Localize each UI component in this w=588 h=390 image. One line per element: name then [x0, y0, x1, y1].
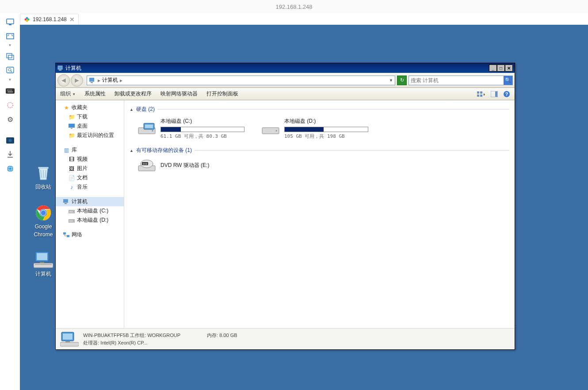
system-properties-button[interactable]: 系统属性	[84, 90, 106, 98]
desktop-icon	[68, 123, 75, 130]
back-button[interactable]: ◄	[57, 74, 70, 87]
network-icon	[63, 231, 70, 239]
svg-point-51	[73, 211, 74, 212]
svg-rect-4	[7, 19, 14, 24]
explorer-body: ★收藏夹 📁下载 桌面 📁最近访问的位置 ▥库 🎞视频 🖼图片 📄文档 ♪音乐 …	[56, 100, 515, 328]
nav-recent[interactable]: 📁最近访问的位置	[56, 131, 124, 140]
details-pane: WIN-PBUAKTFPF5B 工作组: WORKGROUP 内存: 8.00 …	[56, 328, 515, 349]
dropdown-icon-2[interactable]: ▼	[8, 78, 12, 81]
svg-rect-47	[71, 128, 73, 129]
globe-icon[interactable]	[5, 164, 15, 173]
window-controls: _ □ ✕	[489, 64, 513, 72]
session-tab[interactable]: 192.168.1.248 ✕	[20, 14, 79, 24]
address-dropdown-icon[interactable]: ▼	[389, 78, 393, 83]
control-panel-button[interactable]: 打开控制面板	[206, 90, 238, 98]
camera-icon[interactable]	[5, 136, 15, 145]
nav-network[interactable]: 网络	[56, 230, 124, 239]
svg-line-11	[11, 71, 12, 72]
session-tab-bar: 192.168.1.248 ✕	[20, 13, 588, 25]
nav-music[interactable]: ♪音乐	[56, 182, 124, 192]
computer-desktop[interactable]: 计算机	[28, 251, 59, 278]
organize-menu[interactable]: 组织 ▼	[60, 90, 76, 98]
drive-d-stats: 105 GB 可用，共 198 GB	[284, 133, 368, 140]
svg-point-20	[8, 139, 11, 142]
drive-c-name: 本地磁盘 (C:)	[160, 117, 244, 125]
svg-rect-17	[8, 91, 13, 92]
preview-pane-button[interactable]	[491, 91, 498, 97]
nav-bar: ◄ ► ▸ 计算机 ▸ ▼ ↻ 🔍	[56, 73, 515, 88]
drive-dvd[interactable]: DVD DVD RW 驱动器 (E:)	[137, 159, 244, 173]
toolbar: 组织 ▼ 系统属性 卸载或更改程序 映射网络驱动器 打开控制面板 ?	[56, 88, 515, 100]
nav-videos[interactable]: 🎞视频	[56, 155, 124, 164]
chrome[interactable]: Google Chrome	[28, 204, 59, 238]
nav-drive-d[interactable]: 本地磁盘 (D:)	[56, 216, 124, 225]
map-drive-button[interactable]: 映射网络驱动器	[160, 90, 198, 98]
hdd-icon	[137, 121, 156, 136]
fullscreen-icon[interactable]	[5, 32, 15, 41]
hdd-icon	[261, 121, 280, 136]
computer-desktop-label: 计算机	[35, 270, 51, 278]
nav-computer[interactable]: 计算机	[56, 197, 124, 206]
drive-c-stats: 61.1 GB 可用，共 80.3 GB	[160, 133, 244, 140]
svg-point-53	[73, 220, 74, 221]
svg-point-21	[7, 166, 13, 172]
download-icon[interactable]	[5, 150, 15, 159]
group-removable[interactable]: ▲ 有可移动存储的设备 (1)	[130, 145, 509, 156]
window-title: 计算机	[65, 64, 81, 72]
help-button[interactable]: ?	[503, 91, 510, 98]
monitor-icon[interactable]	[5, 18, 15, 27]
forward-button[interactable]: ►	[71, 74, 83, 87]
drive-c-bar	[160, 127, 244, 132]
nav-pictures[interactable]: 🖼图片	[56, 164, 124, 173]
window-titlebar[interactable]: 计算机 _ □ ✕	[56, 63, 515, 73]
drive-d[interactable]: 本地磁盘 (D:) 105 GB 可用，共 198 GB	[261, 117, 367, 140]
nav-pane: ★收藏夹 📁下载 桌面 📁最近访问的位置 ▥库 🎞视频 🖼图片 📄文档 ♪音乐 …	[56, 100, 124, 328]
memory-value: 8.00 GB	[219, 333, 237, 338]
uninstall-button[interactable]: 卸载或更改程序	[115, 90, 152, 98]
group-removable-label: 有可移动存储的设备 (1)	[136, 147, 192, 154]
svg-point-3	[26, 19, 28, 22]
keyboard-icon[interactable]	[5, 87, 15, 95]
search-box[interactable]: 🔍	[409, 76, 513, 85]
nav-documents[interactable]: 📄文档	[56, 173, 124, 182]
recycle-bin[interactable]: 回收站	[28, 164, 59, 191]
nav-downloads[interactable]: 📁下载	[56, 112, 124, 121]
search-button[interactable]: 🔍	[504, 76, 512, 85]
settings-icon[interactable]: ⚙	[5, 115, 15, 124]
document-icon: 📄	[68, 174, 75, 182]
group-hdd[interactable]: ▲ 硬盘 (2)	[130, 104, 509, 115]
address-bar[interactable]: ▸ 计算机 ▸ ▼	[87, 76, 395, 85]
close-tab-icon[interactable]: ✕	[69, 16, 75, 23]
svg-text:?: ?	[505, 91, 508, 97]
svg-rect-9	[7, 67, 14, 73]
nav-drive-c[interactable]: 本地磁盘 (C:)	[56, 206, 124, 216]
windows-icon[interactable]	[5, 52, 15, 61]
computer-large-icon	[60, 331, 79, 347]
music-icon: ♪	[68, 184, 75, 191]
search-input[interactable]	[409, 77, 504, 83]
host-title-text: 192.168.1.248	[275, 4, 312, 10]
svg-rect-37	[91, 82, 93, 83]
nav-desktop[interactable]: 桌面	[56, 121, 124, 131]
session-tab-label: 192.168.1.248	[33, 16, 67, 23]
svg-rect-8	[8, 55, 14, 60]
group-hdd-label: 硬盘 (2)	[136, 106, 155, 113]
view-button[interactable]	[477, 91, 485, 97]
svg-rect-35	[59, 70, 61, 71]
refresh-button[interactable]: ↻	[397, 76, 407, 85]
svg-rect-32	[34, 263, 53, 268]
record-icon[interactable]	[5, 101, 15, 110]
cpu-label: 处理器:	[83, 340, 99, 345]
nav-favorites[interactable]: ★收藏夹	[56, 103, 124, 112]
svg-rect-46	[69, 124, 75, 128]
magnify-icon[interactable]	[5, 66, 15, 75]
nav-libraries[interactable]: ▥库	[56, 145, 124, 155]
details-name: WIN-PBUAKTFPF5B	[83, 333, 129, 338]
svg-rect-33	[35, 264, 52, 265]
drive-c[interactable]: 本地磁盘 (C:) 61.1 GB 可用，共 80.3 GB	[137, 117, 244, 140]
maximize-button[interactable]: □	[497, 64, 505, 72]
minimize-button[interactable]: _	[489, 64, 497, 72]
drive-d-bar	[284, 127, 368, 132]
dropdown-icon[interactable]: ▼	[8, 43, 12, 47]
close-button[interactable]: ✕	[505, 64, 513, 72]
